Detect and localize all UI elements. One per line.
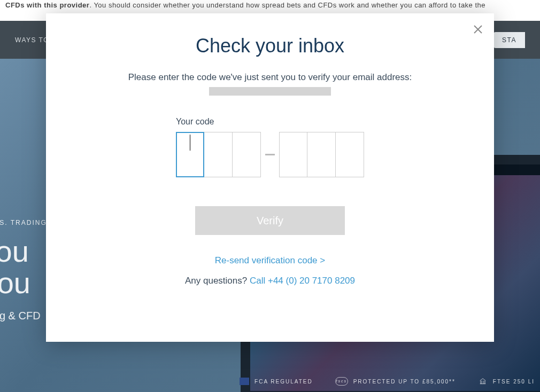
- email-address-redacted: [209, 87, 331, 96]
- code-group-2: [279, 132, 364, 177]
- code-digit-1[interactable]: [176, 132, 204, 177]
- code-digit-3[interactable]: [233, 132, 261, 177]
- modal-subtitle: Please enter the code we've just sent yo…: [78, 72, 462, 83]
- phone-link[interactable]: Call +44 (0) 20 7170 8209: [250, 276, 355, 286]
- code-entry-section: Your code: [176, 117, 364, 177]
- verification-modal: Check your inbox Please enter the code w…: [46, 13, 494, 342]
- questions-text: Any questions? Call +44 (0) 20 7170 8209: [78, 276, 462, 286]
- code-digit-5[interactable]: [307, 132, 336, 177]
- modal-title: Check your inbox: [78, 35, 462, 57]
- modal-overlay: Check your inbox Please enter the code w…: [0, 0, 540, 392]
- code-inputs-row: [176, 132, 364, 177]
- modal-content: Check your inbox Please enter the code w…: [46, 13, 494, 308]
- close-icon: [473, 25, 483, 34]
- code-group-1: [176, 132, 261, 177]
- code-digit-4[interactable]: [279, 132, 307, 177]
- code-label: Your code: [176, 117, 364, 127]
- code-digit-6[interactable]: [336, 132, 364, 177]
- resend-code-link[interactable]: Re-send verification code >: [78, 255, 462, 266]
- verify-button[interactable]: Verify: [195, 206, 345, 235]
- code-digit-2[interactable]: [204, 132, 233, 177]
- close-button[interactable]: [472, 23, 484, 36]
- code-separator: [261, 154, 279, 155]
